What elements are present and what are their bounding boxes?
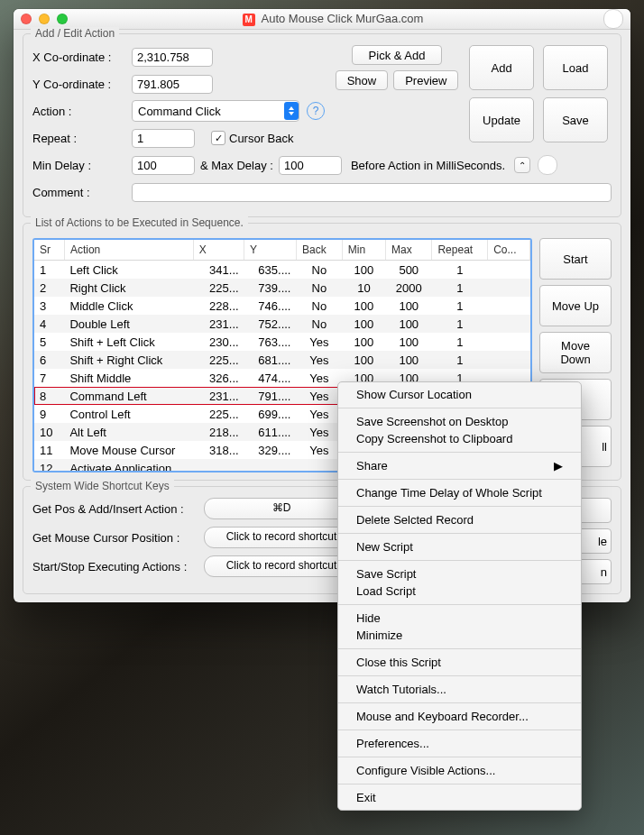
x-coordinate-label: X Co-ordinate : (32, 50, 132, 64)
group-title-list: List of Actions to be Executed in Sequen… (31, 216, 248, 229)
table-row[interactable]: 1Left Click341...635....No1005001 (34, 261, 530, 280)
action-select[interactable]: Command Click (132, 100, 299, 122)
column-header[interactable]: Min (342, 240, 385, 261)
submenu-arrow-icon: ▶ (554, 457, 563, 474)
table-row[interactable]: 5Shift + Left Click230...763....Yes10010… (34, 333, 530, 351)
help-icon[interactable]: ? (307, 102, 325, 120)
save-button[interactable]: Save (543, 97, 608, 142)
tab-indicator[interactable] (603, 9, 623, 29)
table-row[interactable]: 2Right Click225...739....No1020001 (34, 279, 530, 297)
column-header[interactable]: Repeat (432, 240, 488, 261)
shortcut-startstop-field[interactable]: Click to record shortcut (204, 555, 359, 577)
table-row[interactable]: 3Middle Click228...746....No1001001 (34, 297, 530, 315)
add-edit-group: Add / Edit Action X Co-ordinate : Y Co-o… (23, 33, 621, 217)
shortcut-getcursor-field[interactable]: Click to record shortcut (204, 527, 359, 548)
menu-separator (338, 506, 581, 507)
pick-and-add-button[interactable]: Pick & Add (352, 45, 442, 65)
column-header[interactable]: X (193, 240, 244, 261)
shortcut-getpos-label: Get Pos & Add/Insert Action : (32, 502, 204, 516)
group-title-shortcut: System Wide Shortcut Keys (31, 480, 174, 492)
menu-item[interactable]: Close this Script (338, 654, 581, 671)
start-button[interactable]: Start (539, 238, 612, 280)
table-row[interactable]: 4Double Left231...752....No1001001 (34, 315, 530, 333)
minimize-icon[interactable] (39, 14, 50, 24)
column-header[interactable]: Action (64, 240, 193, 261)
shortcut-startstop-label: Start/Stop Executing Actions : (32, 560, 204, 573)
indicator-dot (538, 155, 557, 175)
menu-item[interactable]: Preferences... (338, 735, 581, 752)
move-down-button[interactable]: Move Down (539, 332, 612, 373)
menu-item[interactable]: Minimize (338, 627, 581, 644)
menu-item[interactable]: Change Time Delay of Whole Script (338, 484, 581, 501)
menu-item[interactable]: Share▶ (338, 457, 581, 474)
menu-separator (338, 479, 581, 480)
action-label: Action : (32, 105, 132, 118)
column-header[interactable]: Max (386, 240, 432, 261)
group-title-add-edit: Add / Edit Action (31, 27, 119, 40)
load-button[interactable]: Load (543, 45, 608, 90)
show-button[interactable]: Show (336, 70, 389, 90)
menu-item[interactable]: New Script (338, 538, 581, 555)
menu-separator (338, 702, 581, 703)
column-header[interactable]: Y (244, 240, 297, 261)
menu-separator (338, 784, 581, 785)
menu-item[interactable]: Mouse and Keyboard Recorder... (338, 708, 581, 725)
menu-separator (338, 408, 581, 408)
shortcut-getpos-field[interactable]: ⌘D (204, 498, 359, 519)
menu-item[interactable]: Save Screenshot on Desktop (338, 413, 581, 430)
zoom-icon[interactable] (57, 14, 68, 24)
shortcut-getcursor-label: Get Mouse Cursor Position : (32, 531, 204, 545)
menu-separator (338, 729, 581, 730)
menu-item[interactable]: Delete Selcted Record (338, 511, 581, 528)
menu-item[interactable]: Copy Screenshot to Clipboard (338, 430, 581, 447)
menu-item[interactable]: Exit (338, 789, 581, 806)
min-delay-input[interactable] (132, 156, 195, 175)
menu-separator (338, 757, 581, 757)
repeat-label: Repeat : (32, 132, 132, 145)
menu-item[interactable]: Hide (338, 610, 581, 627)
max-delay-input[interactable] (279, 156, 342, 175)
menu-separator (338, 533, 581, 534)
max-delay-label: & Max Delay : (200, 159, 273, 172)
menu-separator (338, 560, 581, 561)
menu-separator (338, 648, 581, 649)
repeat-input[interactable] (132, 129, 195, 148)
checkbox-icon: ✓ (211, 131, 225, 145)
menu-item[interactable]: Show Cursor Location (338, 386, 581, 403)
before-action-text: Before Action in MilliSeconds. (351, 159, 505, 172)
move-up-button[interactable]: Move Up (539, 285, 612, 326)
column-header[interactable]: Back (296, 240, 342, 261)
menu-separator (338, 675, 581, 676)
column-header[interactable]: Co... (488, 240, 530, 261)
collapse-toggle[interactable]: ⌃ (514, 157, 530, 173)
add-button[interactable]: Add (469, 45, 534, 90)
x-coordinate-input[interactable] (132, 48, 213, 67)
comment-input[interactable] (132, 183, 612, 202)
comment-label: Comment : (32, 186, 132, 199)
chevrons-icon (284, 102, 299, 120)
menu-separator (338, 604, 581, 605)
preview-button[interactable]: Preview (393, 70, 458, 90)
y-coordinate-input[interactable] (132, 75, 213, 94)
app-logo-icon: M (243, 14, 255, 26)
window-title: M Auto Mouse Click MurGaa.com (68, 12, 598, 26)
menu-separator (338, 452, 581, 453)
min-delay-label: Min Delay : (32, 159, 132, 172)
table-row[interactable]: 6Shift + Right Click225...681....Yes1001… (34, 351, 530, 369)
menu-item[interactable]: Load Script (338, 583, 581, 600)
column-header[interactable]: Sr (34, 240, 64, 261)
menu-item[interactable]: Configure Visible Actions... (338, 762, 581, 779)
menu-item[interactable]: Save Script (338, 565, 581, 583)
context-menu[interactable]: Show Cursor LocationSave Screenshot on D… (337, 381, 582, 811)
y-coordinate-label: Y Co-ordinate : (32, 78, 132, 91)
menu-item[interactable]: Watch Tutorials... (338, 681, 581, 698)
close-icon[interactable] (21, 14, 32, 24)
update-button[interactable]: Update (469, 97, 534, 142)
cursor-back-checkbox[interactable]: ✓ Cursor Back (211, 131, 294, 145)
